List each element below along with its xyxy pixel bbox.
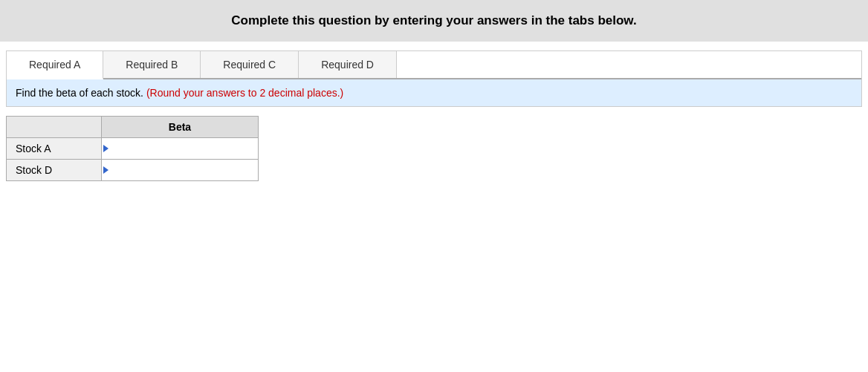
table-section: Beta Stock A Stock D (6, 116, 259, 181)
tab-required-a[interactable]: Required A (7, 51, 103, 79)
tab-required-d[interactable]: Required D (299, 51, 397, 78)
beta-table: Beta Stock A Stock D (6, 116, 259, 181)
stock-d-label: Stock D (7, 160, 102, 181)
instruction-highlight: (Round your answers to 2 decimal places.… (146, 87, 343, 99)
stock-d-input-cell[interactable] (101, 160, 258, 181)
beta-column-header: Beta (101, 117, 258, 138)
table-header-row: Beta (7, 117, 259, 138)
stock-d-input-wrapper (102, 160, 258, 180)
tabs-row: Required A Required B Required C Require… (7, 51, 861, 79)
stock-a-input-wrapper (102, 138, 258, 159)
stock-d-arrow-icon (103, 166, 108, 174)
header-banner: Complete this question by entering your … (0, 0, 868, 42)
header-title: Complete this question by entering your … (231, 13, 636, 27)
stock-a-label: Stock A (7, 138, 102, 160)
table-row: Stock D (7, 160, 259, 181)
instruction-text: Find the beta of each stock. (16, 87, 146, 99)
empty-header-cell (7, 117, 102, 138)
tab-required-b[interactable]: Required B (103, 51, 201, 78)
stock-a-arrow-icon (103, 145, 108, 152)
stock-a-input-cell[interactable] (101, 138, 258, 160)
tab-required-c[interactable]: Required C (201, 51, 299, 78)
stock-d-input[interactable] (102, 161, 258, 179)
stock-a-input[interactable] (102, 140, 258, 157)
table-row: Stock A (7, 138, 259, 160)
instruction-bar: Find the beta of each stock. (Round your… (6, 79, 862, 107)
tabs-section: Required A Required B Required C Require… (6, 50, 862, 79)
